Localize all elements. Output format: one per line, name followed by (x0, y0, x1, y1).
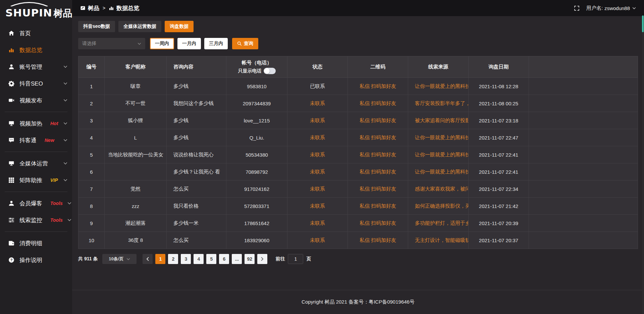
sidebar: SHUPIN树品 首页数据总览账号管理抖音SEO视频发布视频加热Hot抖客通Ne… (0, 0, 72, 314)
question-icon: ? (8, 257, 15, 263)
cell-source-link[interactable]: 感谢大家喜欢我家，被问了好... (408, 180, 469, 198)
scrollbar-track[interactable] (642, 16, 644, 314)
cell-source-link[interactable]: 让你一眼就爱上的黑科技，能... (408, 78, 469, 95)
tab-bar: 抖音seo数据全媒体运营数据询盘数据 (78, 21, 638, 32)
cell-qr-link[interactable]: 私信 扫码加好友 (348, 180, 408, 198)
topbar-right: 用户名: zswodun88 (574, 5, 636, 11)
page-size-select[interactable]: 10条/页 (102, 254, 137, 264)
sidebar-item-matrix-boost[interactable]: 矩阵助推VIP (0, 172, 72, 189)
sidebar-item-home[interactable]: 首页 (0, 25, 72, 42)
cell-qr-link[interactable]: 私信 扫码加好友 (348, 112, 408, 129)
cell-filler (529, 129, 638, 146)
cell-date: 2021-11-07 22:47 (469, 129, 529, 146)
sidebar-item-account-management[interactable]: 账号管理 (0, 58, 72, 75)
sidebar-divider (5, 192, 67, 192)
cell-source-link[interactable]: 多功能护栏灯，适用于乡村文... (408, 215, 469, 232)
cell-no: 2 (78, 95, 105, 112)
cell-inquiry: 说说价格让我死心 (167, 146, 226, 163)
page-button-2[interactable]: 2 (168, 254, 178, 264)
user-menu[interactable]: 用户名: zswodun88 (586, 5, 636, 11)
page-button-6[interactable]: 6 (219, 254, 229, 264)
cell-status: 未联系 (287, 146, 348, 163)
cell-date: 2021-11-07 22:41 (469, 163, 529, 180)
cell-source-link[interactable]: 无主灯设计，智能磁吸轨道灯... (408, 232, 469, 249)
cell-account: 9583810 (226, 78, 287, 95)
filter-select[interactable]: 请选择 (78, 38, 145, 49)
sidebar-item-member-baoke[interactable]: 会员爆客Tools (0, 195, 72, 212)
period-button-three-months[interactable]: 三月内 (204, 38, 228, 49)
cell-source-link[interactable]: 让你一眼就爱上的黑科技，能... (408, 129, 469, 146)
search-button[interactable]: 查询 (232, 38, 258, 49)
cell-filler (529, 180, 638, 198)
chevron-down-icon (126, 257, 130, 261)
cell-qr-link[interactable]: 私信 扫码加好友 (348, 198, 408, 215)
cell-inquiry: 怎么买 (167, 180, 226, 198)
bar-chart-icon (109, 5, 114, 11)
sidebar-item-label: 视频发布 (19, 97, 42, 104)
cell-qr-link[interactable]: 私信 扫码加好友 (348, 232, 408, 249)
cell-qr-link[interactable]: 私信 扫码加好友 (348, 129, 408, 146)
cell-source-link[interactable]: 被大家追着问的客厅投影分享... (408, 112, 469, 129)
page-button-1[interactable]: 1 (155, 254, 165, 264)
chart-icon (8, 47, 15, 53)
sidebar-item-video-heat[interactable]: 视频加热Hot (0, 115, 72, 132)
cell-nickname: 不可一世 (105, 95, 167, 112)
page-button-3[interactable]: 3 (181, 254, 191, 264)
tab-inquiry-data[interactable]: 询盘数据 (165, 21, 194, 32)
sidebar-item-label: 会员爆客 (19, 200, 42, 207)
chevron-down-icon (63, 82, 67, 86)
page-ellipsis[interactable]: ... (232, 254, 242, 264)
video-icon (8, 97, 15, 104)
next-page-button[interactable] (257, 254, 267, 264)
cell-qr-link[interactable]: 私信 扫码加好友 (348, 78, 408, 95)
cell-account: 917024162 (226, 180, 287, 198)
cell-qr-link[interactable]: 私信 扫码加好友 (348, 146, 408, 163)
scrollbar-thumb[interactable] (642, 15, 644, 32)
cell-qr-link[interactable]: 私信 扫码加好友 (348, 95, 408, 112)
logo-text-cn: 树品 (54, 8, 72, 18)
cell-source-link[interactable]: 让你一眼就爱上的黑科技，能... (408, 146, 469, 163)
cell-date: 2021-11-07 22:41 (469, 146, 529, 163)
sidebar-item-data-overview[interactable]: 数据总览 (0, 42, 72, 58)
goto-page-input[interactable] (288, 254, 303, 264)
column-header-qrcode: 二维码 (348, 56, 408, 78)
cell-source-link[interactable]: 如何正确选择投影仪，买投影... (408, 198, 469, 215)
cell-no: 5 (78, 146, 105, 163)
cell-nickname: L (105, 129, 167, 146)
cell-source-link[interactable]: 让你一眼就爱上的黑科技，能... (408, 163, 469, 180)
cell-filler (529, 112, 638, 129)
tab-media-operation-data[interactable]: 全媒体运营数据 (118, 21, 161, 32)
page-button-5[interactable]: 5 (206, 254, 216, 264)
page-button-92[interactable]: 92 (245, 254, 255, 264)
fullscreen-icon[interactable] (574, 5, 580, 11)
cell-no: 10 (78, 232, 105, 249)
cell-qr-link[interactable]: 私信 扫码加好友 (348, 215, 408, 232)
chevron-down-icon (67, 201, 71, 205)
cell-inquiry: 多少钱 (167, 78, 226, 95)
period-button-one-week[interactable]: 一周内 (150, 38, 174, 49)
sidebar-item-operation-guide[interactable]: ?操作说明 (0, 252, 72, 268)
cell-status: 未联系 (287, 95, 348, 112)
cell-qr-link[interactable]: 私信 扫码加好友 (348, 163, 408, 180)
tab-douyin-seo-data[interactable]: 抖音seo数据 (78, 21, 115, 32)
cell-nickname: 啵章 (105, 78, 167, 95)
prev-page-button[interactable] (143, 254, 153, 264)
grid-icon (8, 177, 15, 184)
sidebar-item-consume-detail[interactable]: 消费明细 (0, 235, 72, 252)
sidebar-item-video-publish[interactable]: 视频发布 (0, 92, 72, 109)
table-row: 6多少钱？让我死心 看70898792未联系私信 扫码加好友让你一眼就爱上的黑科… (78, 163, 638, 180)
sidebar-item-clue-monitor[interactable]: 线索监控Tools (0, 212, 72, 228)
cell-status: 未联系 (287, 198, 348, 215)
table-body: 1啵章多少钱9583810已联系私信 扫码加好友让你一眼就爱上的黑科技，能...… (78, 78, 638, 249)
breadcrumb-item-home[interactable]: 树品 (88, 4, 99, 12)
sidebar-item-media-operation[interactable]: 全媒体运营 (0, 155, 72, 172)
wallet-icon (8, 240, 15, 247)
sidebar-item-douketong[interactable]: 抖客通New (0, 132, 72, 149)
phone-only-toggle[interactable] (264, 68, 276, 74)
page-button-4[interactable]: 4 (194, 254, 204, 264)
period-button-one-month[interactable]: 一月内 (177, 38, 201, 49)
cell-inquiry: 多少钱 (167, 129, 226, 146)
cell-source-link[interactable]: 客厅安装投影半年多了，真实... (408, 95, 469, 112)
sidebar-item-label: 账号管理 (19, 63, 42, 71)
sidebar-item-douyin-seo[interactable]: 抖音SEO (0, 75, 72, 92)
